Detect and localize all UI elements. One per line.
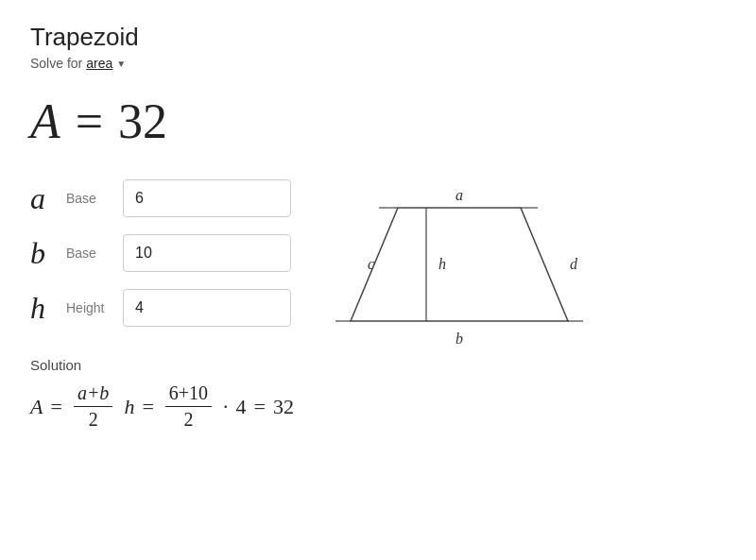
field-row-h: h Height [30, 289, 294, 327]
field-row-a: a Base [30, 179, 294, 217]
field-label-h: Height [66, 300, 123, 315]
field-var-b: b [30, 236, 66, 271]
sol-A: A [30, 395, 43, 419]
result-display: A = 32 [30, 93, 726, 149]
sol-h: h [124, 395, 134, 419]
trapezoid-svg: a b h c d [332, 170, 596, 359]
sol-frac1-den: 2 [85, 407, 102, 431]
label-h: h [438, 256, 446, 272]
sol-frac1-num: a+b [74, 382, 113, 407]
solution-label: Solution [30, 357, 294, 373]
sol-hval: 4 [236, 395, 247, 419]
sol-result: 32 [273, 395, 294, 419]
label-b: b [455, 331, 463, 347]
label-a: a [455, 187, 463, 203]
sol-frac2-num: 6+10 [165, 382, 212, 407]
field-var-h: h [30, 291, 66, 326]
sol-frac1: a+b 2 [74, 382, 113, 431]
solve-for-row: Solve for area ▼ [30, 56, 726, 71]
field-label-a: Base [66, 191, 123, 206]
main-content: a Base b Base h Height Solution A = [30, 179, 726, 431]
sol-frac2: 6+10 2 [165, 382, 212, 431]
input-h[interactable] [123, 289, 291, 327]
solution-formula: A = a+b 2 h = 6+10 2 · 4 = 32 [30, 382, 294, 431]
solve-for-label: Solve for [30, 56, 82, 71]
sol-eq1: = [50, 395, 61, 419]
sol-eq2: = [142, 395, 153, 419]
solution-section: Solution A = a+b 2 h = 6+10 2 · [30, 357, 294, 431]
page-title: Trapezoid [30, 23, 726, 52]
inputs-section: a Base b Base h Height Solution A = [30, 179, 294, 431]
input-a[interactable] [123, 179, 291, 217]
result-equals: = [76, 93, 103, 149]
chevron-down-icon[interactable]: ▼ [116, 59, 126, 69]
solve-for-link[interactable]: area [86, 56, 112, 71]
input-b[interactable] [123, 234, 291, 272]
sol-eq3: = [254, 395, 266, 419]
diagram: a b h c d [332, 170, 596, 363]
field-label-b: Base [66, 246, 123, 261]
sol-frac2-den: 2 [180, 407, 197, 431]
sol-dot: · [223, 395, 229, 419]
svg-marker-0 [351, 208, 568, 321]
result-value: 32 [118, 93, 167, 149]
label-c: c [368, 256, 374, 272]
field-row-b: b Base [30, 234, 294, 272]
field-var-a: a [30, 181, 66, 216]
result-variable: A [30, 93, 60, 149]
label-d: d [570, 256, 578, 272]
